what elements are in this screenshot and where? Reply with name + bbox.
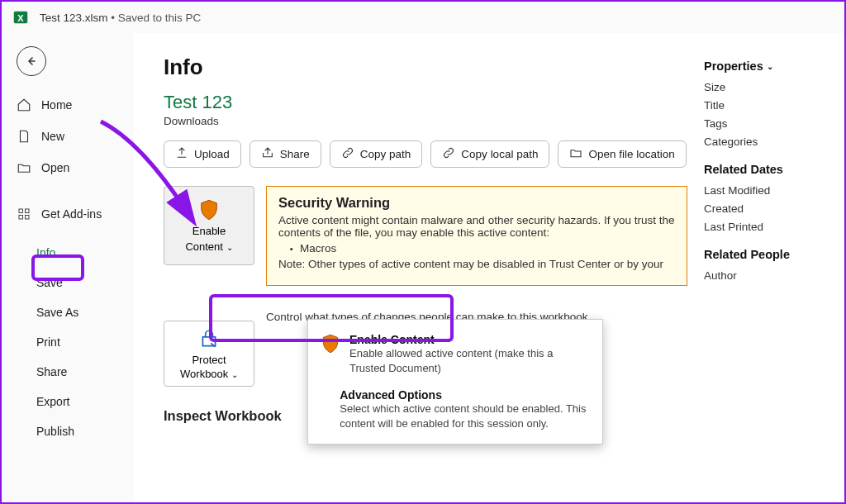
button-label: Protect <box>192 354 226 366</box>
security-warning-text: Active content might contain malware and… <box>278 214 675 239</box>
sidebar-item-home[interactable]: Home <box>2 89 134 121</box>
back-button[interactable] <box>17 46 46 76</box>
folder-icon <box>569 146 582 162</box>
document-title: Test 123 <box>164 92 687 113</box>
sidebar-item-label: New <box>41 130 64 143</box>
menu-item-enable-content[interactable]: Enable Content Enable allowed active con… <box>308 326 602 382</box>
upload-icon <box>175 146 188 162</box>
sidebar-item-open[interactable]: Open <box>2 152 134 183</box>
properties-header[interactable]: Properties ⌄ <box>704 59 836 73</box>
button-label: Open file location <box>588 148 674 160</box>
shield-icon <box>320 333 341 375</box>
sidebar-item-publish[interactable]: Publish <box>2 416 134 446</box>
new-icon <box>17 129 31 144</box>
copy-path-button[interactable]: Copy path <box>330 140 423 168</box>
link-icon <box>341 146 354 162</box>
security-warning-panel: Security Warning Active content might co… <box>266 186 687 286</box>
property-created: Created <box>704 202 836 215</box>
property-title[interactable]: Title <box>704 99 836 112</box>
sidebar-item-share[interactable]: Share <box>2 357 134 387</box>
header-label: Properties <box>704 59 763 73</box>
menu-item-desc: Select which active content should be en… <box>340 402 591 430</box>
button-label: Copy local path <box>461 148 538 160</box>
svg-rect-4 <box>19 216 23 220</box>
security-warning-note: Note: Other types of active content may … <box>278 258 675 270</box>
sidebar-item-export[interactable]: Export <box>2 387 134 416</box>
property-author: Author <box>704 269 836 282</box>
sidebar-item-info[interactable]: Info <box>2 238 134 268</box>
properties-panel: Properties ⌄ Size Title Tags Categories … <box>704 55 836 504</box>
action-button-row: Upload Share Copy path Copy local path O… <box>164 140 687 168</box>
titlebar: X Test 123.xlsm • Saved to this PC <box>2 2 844 33</box>
svg-text:X: X <box>17 13 24 23</box>
property-tags[interactable]: Tags <box>704 117 836 130</box>
shield-icon <box>197 198 221 221</box>
sidebar: Home New Open Get Add-ins Info Save Save… <box>2 33 134 504</box>
svg-rect-3 <box>26 209 30 213</box>
sidebar-item-label: Get Add-ins <box>41 207 102 221</box>
sidebar-item-label: Info <box>36 246 55 259</box>
sidebar-item-label: Home <box>41 98 72 112</box>
svg-rect-5 <box>26 216 30 220</box>
button-label: Content <box>185 240 223 253</box>
menu-item-title: Enable Content <box>349 333 591 346</box>
page-title: Info <box>164 55 687 80</box>
button-label: Upload <box>194 148 230 160</box>
button-label: Share <box>280 148 310 160</box>
property-last-printed: Last Printed <box>704 221 836 233</box>
button-label: Copy path <box>360 148 411 160</box>
button-label: Workbook <box>180 368 228 380</box>
button-label: Enable <box>192 225 226 237</box>
menu-item-advanced-options[interactable]: Advanced Options Select which active con… <box>308 382 602 437</box>
sidebar-item-print[interactable]: Print <box>2 327 134 357</box>
link-icon <box>442 146 455 162</box>
sidebar-item-addins[interactable]: Get Add-ins <box>2 198 134 230</box>
sidebar-item-new[interactable]: New <box>2 121 134 152</box>
share-button[interactable]: Share <box>250 140 321 168</box>
chevron-down-icon: ⌄ <box>231 370 238 379</box>
menu-item-desc: Enable allowed active content (make this… <box>349 346 591 375</box>
home-icon <box>17 97 31 112</box>
protect-workbook-button[interactable]: Protect Workbook ⌄ <box>164 321 254 387</box>
related-people-header: Related People <box>704 248 836 261</box>
protect-icon <box>198 328 220 352</box>
enable-content-dropdown: Enable Content Enable allowed active con… <box>307 319 603 445</box>
menu-item-title: Advanced Options <box>340 388 591 402</box>
property-last-modified: Last Modified <box>704 184 836 197</box>
chevron-down-icon: ⌄ <box>226 243 233 252</box>
security-warning-title: Security Warning <box>278 195 675 211</box>
sidebar-item-saveas[interactable]: Save As <box>2 297 134 327</box>
property-size[interactable]: Size <box>704 81 836 93</box>
sidebar-item-save[interactable]: Save <box>2 268 134 297</box>
upload-button[interactable]: Upload <box>164 140 241 168</box>
open-location-button[interactable]: Open file location <box>558 140 686 168</box>
main-panel: Info Test 123 Downloads Upload Share Cop… <box>134 33 844 504</box>
share-icon <box>261 146 274 162</box>
chevron-down-icon: ⌄ <box>767 62 773 71</box>
open-icon <box>17 160 31 175</box>
addins-icon <box>17 207 31 221</box>
security-warning-list-item: Macros <box>290 242 675 254</box>
spacer <box>320 388 331 430</box>
sidebar-item-label: Open <box>41 161 69 174</box>
copy-local-path-button[interactable]: Copy local path <box>430 140 549 168</box>
related-dates-header: Related Dates <box>704 163 836 176</box>
svg-rect-2 <box>19 209 23 213</box>
document-location: Downloads <box>164 115 687 127</box>
enable-content-button[interactable]: Enable Content ⌄ <box>164 186 254 265</box>
property-categories[interactable]: Categories <box>704 136 836 148</box>
excel-icon: X <box>12 8 30 26</box>
window-title: Test 123.xlsm • Saved to this PC <box>40 12 201 24</box>
